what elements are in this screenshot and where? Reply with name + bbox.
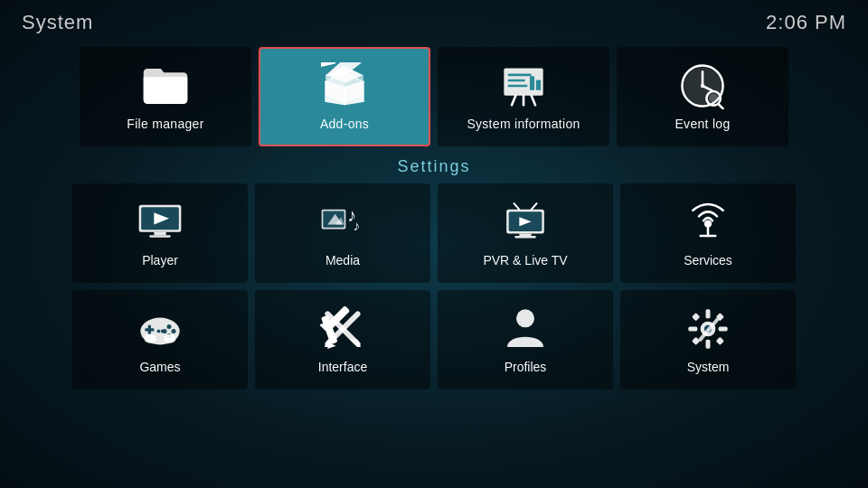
- svg-rect-71: [692, 337, 700, 345]
- tile-system-information[interactable]: System information: [438, 47, 609, 146]
- header: System 2:06 PM: [0, 0, 868, 40]
- svg-line-35: [514, 203, 520, 210]
- svg-rect-38: [519, 234, 531, 237]
- top-row: File manager: [0, 40, 868, 154]
- interface-icon: [319, 305, 366, 352]
- svg-line-9: [512, 96, 515, 105]
- media-icon: ♪ ♪: [319, 199, 366, 246]
- svg-rect-39: [514, 236, 535, 239]
- svg-rect-51: [161, 330, 164, 333]
- sysinfo-icon: [500, 62, 547, 109]
- svg-marker-61: [350, 340, 361, 347]
- file-manager-label: File manager: [127, 117, 203, 131]
- add-ons-label: Add-ons: [320, 117, 369, 131]
- clock: 2:06 PM: [766, 11, 846, 34]
- player-label: Player: [142, 253, 178, 267]
- svg-rect-13: [536, 80, 541, 90]
- settings-section: Settings Player: [0, 157, 868, 389]
- player-icon: [137, 199, 184, 246]
- tile-event-log[interactable]: Event log: [617, 47, 788, 146]
- eventlog-icon: [679, 62, 726, 109]
- svg-rect-12: [530, 76, 534, 90]
- tile-pvr[interactable]: PVR & Live TV: [438, 183, 613, 283]
- tile-file-manager[interactable]: File manager: [80, 47, 251, 146]
- svg-rect-69: [692, 313, 700, 321]
- svg-point-18: [701, 84, 704, 88]
- svg-point-40: [704, 221, 712, 228]
- tile-media[interactable]: ♪ ♪ Media: [255, 183, 430, 283]
- svg-line-10: [532, 96, 535, 105]
- svg-rect-66: [706, 340, 711, 349]
- svg-rect-65: [706, 309, 711, 318]
- tile-services[interactable]: Services: [620, 183, 796, 283]
- svg-point-46: [167, 324, 172, 329]
- interface-label: Interface: [318, 360, 367, 374]
- settings-row-2: Games Interfac: [72, 290, 796, 389]
- svg-point-47: [172, 329, 176, 333]
- tile-add-ons[interactable]: Add-ons: [259, 47, 430, 146]
- svg-rect-8: [508, 85, 528, 88]
- svg-rect-26: [149, 235, 170, 238]
- svg-point-52: [145, 334, 156, 343]
- app-title: System: [22, 11, 93, 34]
- system-icon: [684, 305, 731, 352]
- settings-heading: Settings: [72, 157, 796, 176]
- svg-point-53: [164, 334, 175, 343]
- svg-line-21: [718, 104, 722, 108]
- svg-rect-6: [508, 74, 532, 77]
- folder-icon: [142, 62, 189, 109]
- svg-rect-50: [157, 330, 160, 333]
- system-information-label: System information: [467, 117, 580, 131]
- games-icon: [137, 305, 184, 352]
- settings-row-1: Player ♪ ♪ Media: [72, 183, 796, 283]
- tile-system[interactable]: System: [620, 290, 796, 389]
- services-label: Services: [684, 253, 732, 267]
- profiles-label: Profiles: [505, 360, 547, 374]
- svg-rect-25: [154, 232, 165, 235]
- svg-line-36: [532, 203, 537, 210]
- pvr-label: PVR & Live TV: [483, 253, 567, 267]
- tile-player[interactable]: Player: [72, 183, 248, 283]
- services-icon: [684, 199, 731, 246]
- svg-point-62: [516, 309, 534, 327]
- pvr-icon: [502, 199, 549, 246]
- addons-icon: [321, 62, 368, 109]
- svg-rect-45: [148, 325, 151, 334]
- system-label: System: [687, 360, 730, 374]
- event-log-label: Event log: [675, 117, 730, 131]
- svg-rect-72: [716, 337, 724, 345]
- svg-rect-7: [508, 80, 525, 82]
- tile-profiles[interactable]: Profiles: [438, 290, 613, 389]
- tile-interface[interactable]: Interface: [255, 290, 430, 389]
- tile-games[interactable]: Games: [72, 290, 248, 389]
- games-label: Games: [139, 360, 180, 374]
- svg-point-20: [709, 94, 718, 103]
- svg-text:♪: ♪: [354, 218, 361, 233]
- media-label: Media: [326, 253, 360, 267]
- svg-rect-68: [719, 327, 728, 332]
- svg-rect-67: [688, 327, 697, 332]
- profiles-icon: [502, 305, 549, 352]
